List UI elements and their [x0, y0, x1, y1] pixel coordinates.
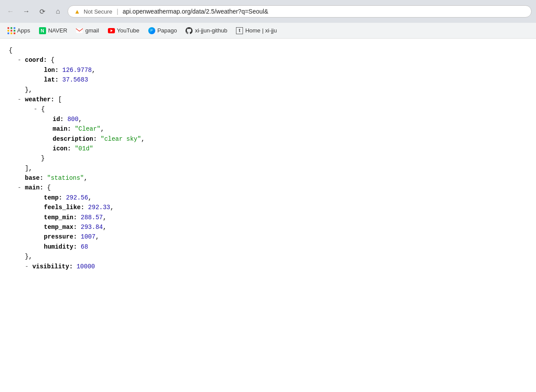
weather-item-collapse[interactable]: - [34, 106, 41, 113]
bookmark-home[interactable]: t Home | xi-jju [232, 26, 280, 36]
not-secure-label: Not Secure [84, 8, 112, 15]
weather-main-line: main: "Clear", [9, 124, 527, 134]
bookmark-github-label: xi-jjun-github [195, 27, 227, 34]
home-tab-icon: t [236, 27, 243, 34]
svg-rect-0 [76, 28, 83, 33]
browser-chrome: ← → ⟳ ⌂ ▲ Not Secure | api.openweatherma… [0, 0, 536, 39]
bookmark-apps[interactable]: Apps [4, 26, 34, 36]
pressure-line: pressure: 1007, [9, 232, 527, 242]
lon-line: lon: 126.9778, [9, 65, 527, 75]
bookmark-apps-label: Apps [17, 27, 30, 34]
nav-bar: ← → ⟳ ⌂ ▲ Not Secure | api.openweatherma… [0, 0, 536, 23]
naver-icon: N [39, 27, 46, 34]
bookmark-naver-label: NAVER [48, 27, 68, 34]
visibility-partial: - visibility: 10000 [9, 262, 527, 271]
github-icon [186, 27, 193, 34]
weather-open: - weather: [ [9, 95, 527, 104]
humidity-line: humidity: 68 [9, 242, 527, 252]
bookmark-papago-label: Papago [157, 27, 177, 34]
url-separator: | [117, 8, 118, 15]
bookmark-gmail[interactable]: gmail [72, 26, 102, 36]
bookmark-gmail-label: gmail [85, 27, 99, 34]
coord-close: }, [9, 85, 527, 95]
weather-close: ], [9, 164, 527, 173]
apps-icon [8, 27, 15, 34]
weather-item-close: } [9, 153, 527, 163]
bookmark-naver[interactable]: N NAVER [36, 26, 71, 36]
lat-line: lat: 37.5683 [9, 75, 527, 85]
bookmark-home-label: Home | xi-jju [245, 27, 277, 34]
temp-line: temp: 292.56, [9, 193, 527, 203]
reload-button[interactable]: ⟳ [36, 5, 48, 18]
home-button[interactable]: ⌂ [52, 5, 64, 18]
coord-line: - coord: { [9, 55, 527, 65]
weather-icon-line: icon: "01d" [9, 144, 527, 153]
bookmark-papago[interactable]: P Papago [145, 26, 181, 36]
forward-button[interactable]: → [20, 5, 32, 18]
back-button[interactable]: ← [4, 5, 17, 18]
temp-max-line: temp_max: 293.84, [9, 222, 527, 232]
base-line: base: "stations", [9, 173, 527, 183]
main-close: }, [9, 252, 527, 261]
bookmark-youtube[interactable]: YouTube [104, 26, 143, 36]
bookmark-youtube-label: YouTube [117, 27, 139, 34]
weather-item-open: - { [9, 104, 527, 114]
feels-like-line: feels_like: 292.33, [9, 203, 527, 212]
main-collapse[interactable]: - [18, 184, 25, 191]
papago-icon: P [148, 27, 155, 34]
gmail-icon [76, 27, 83, 34]
coord-collapse[interactable]: - [18, 57, 25, 64]
bookmark-github[interactable]: xi-jjun-github [182, 26, 231, 36]
warning-icon: ▲ [74, 8, 80, 15]
visibility-collapse[interactable]: - [25, 263, 32, 270]
youtube-icon [108, 27, 115, 34]
address-bar[interactable]: ▲ Not Secure | api.openweathermap.org/da… [68, 5, 532, 18]
json-open-brace: { [9, 46, 527, 55]
json-content-area: { - coord: { lon: 126.9778, lat: 37.5683… [0, 39, 536, 278]
url-text: api.openweathermap.org/data/2.5/weather?… [123, 8, 268, 15]
weather-collapse[interactable]: - [18, 96, 25, 103]
bookmarks-bar: Apps N NAVER gmail Y [0, 23, 536, 39]
weather-id-line: id: 800, [9, 114, 527, 124]
temp-min-line: temp_min: 288.57, [9, 213, 527, 222]
weather-desc-line: description: "clear sky", [9, 134, 527, 144]
main-open: - main: { [9, 183, 527, 192]
